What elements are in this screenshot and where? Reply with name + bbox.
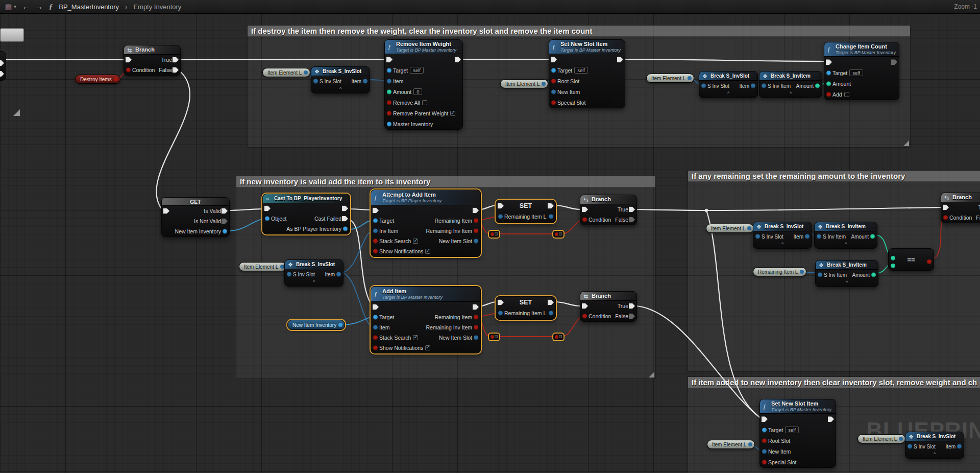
struct-in-pin[interactable]	[701, 84, 706, 88]
self-field[interactable]: self	[574, 67, 588, 74]
comment-header[interactable]: If new inventory is valid add the item t…	[236, 176, 655, 187]
set-node[interactable]: SET Remaining Item L	[496, 200, 556, 223]
add-checkbox[interactable]	[844, 92, 849, 97]
break-invitem-node[interactable]: ❖Break S_InvItem S Inv ItemAmount ^	[814, 222, 877, 249]
self-field[interactable]: self	[849, 69, 863, 76]
variable-pill-item-element[interactable]: Item Element L	[239, 262, 287, 271]
exec-out-pin[interactable]	[473, 208, 479, 214]
exec-in-pin[interactable]	[943, 205, 949, 210]
exec-in-pin[interactable]	[163, 208, 169, 214]
exec-in-pin[interactable]	[762, 416, 768, 422]
output-pin[interactable]	[338, 323, 342, 327]
output-pin[interactable]	[899, 437, 903, 441]
remaining-inv-item-pin[interactable]	[474, 229, 478, 233]
target-pin[interactable]	[373, 219, 378, 223]
break-invslot-node[interactable]: ❖Break S_InvSlot S Inv SlotItem ^	[753, 222, 812, 249]
remaining-inv-item-pin[interactable]	[474, 325, 478, 330]
break-invitem-node[interactable]: ❖Break S_InvItem S Inv ItemAmount ^	[815, 260, 878, 287]
exec-isvalid-pin[interactable]	[222, 208, 228, 214]
variable-pill-new-item-inventory[interactable]: New Item Inventory	[287, 320, 345, 330]
special-slot-pin[interactable]	[762, 460, 767, 464]
self-field[interactable]: self	[785, 427, 799, 433]
result-pin[interactable]	[927, 259, 932, 264]
branch-node[interactable]: ⇆Branch True ConditionFalse	[580, 291, 637, 322]
exec-in-pin[interactable]	[826, 59, 832, 65]
attempt-add-item-node[interactable]: ƒ Attempt to Add ItemTarget is BP Player…	[371, 190, 481, 257]
break-invslot-node[interactable]: ❖Break S_InvSlot S Inv SlotItem ^	[284, 259, 344, 287]
amount-pin[interactable]	[387, 89, 391, 94]
operand-a-pin[interactable]	[891, 256, 895, 261]
stack-search-pin[interactable]	[373, 239, 378, 244]
show-notifications-pin[interactable]	[373, 249, 378, 254]
cast-failed-pin[interactable]	[342, 216, 348, 222]
expand-chevron[interactable]: ^	[816, 280, 878, 287]
exec-out-pin[interactable]	[473, 304, 479, 310]
comment-resize-handle[interactable]	[13, 109, 20, 116]
exec-in-pin[interactable]	[498, 300, 504, 305]
output-pin[interactable]	[688, 76, 692, 80]
break-invslot-node[interactable]: ❖Break S_InvSlot S Inv SlotItem ^	[905, 432, 964, 459]
master-inventory-pin[interactable]	[387, 122, 391, 126]
condition-pin[interactable]	[582, 218, 587, 222]
output-pin[interactable]	[542, 82, 546, 86]
struct-in-pin[interactable]	[287, 272, 291, 277]
new-item-pin[interactable]	[762, 449, 767, 454]
exec-isnotvalid-pin[interactable]	[222, 219, 228, 224]
equals-node[interactable]: ==	[888, 248, 934, 271]
branch-node[interactable]: ⇆Branch True ConditionFalse	[124, 45, 181, 76]
exec-out-pin[interactable]	[0, 60, 4, 66]
variable-pill-item-element[interactable]: Item Element L	[857, 434, 905, 443]
exec-in-pin[interactable]	[386, 57, 393, 62]
exec-in-pin[interactable]	[264, 206, 271, 211]
exec-false-pin[interactable]	[629, 314, 635, 319]
target-pin[interactable]	[373, 315, 378, 320]
output-pin[interactable]	[304, 70, 308, 75]
partial-node[interactable]	[0, 28, 24, 42]
struct-in-pin[interactable]	[818, 273, 822, 277]
break-invslot-node[interactable]: ❖Break S_InvSlot S Inv SlotItem ^	[311, 66, 370, 93]
back-button[interactable]: ←	[22, 3, 30, 11]
exec-true-pin[interactable]	[629, 207, 635, 212]
inv-item-pin[interactable]	[373, 229, 378, 233]
show-notifications-checkbox[interactable]	[425, 249, 430, 254]
stack-search-pin[interactable]	[373, 336, 378, 340]
stack-search-checkbox[interactable]	[413, 335, 418, 340]
exec-in-pin[interactable]	[582, 303, 588, 309]
reroute-node[interactable]	[489, 334, 499, 340]
struct-in-pin[interactable]	[313, 79, 318, 84]
reroute-out-pin[interactable]	[559, 335, 562, 338]
exec-out-pin[interactable]	[891, 59, 897, 65]
item-pin[interactable]	[387, 79, 391, 83]
break-invitem-node[interactable]: ❖Break S_InvItem S Inv ItemAmount ^	[759, 71, 822, 98]
remove-parent-weight-checkbox[interactable]	[450, 111, 455, 116]
item-pin[interactable]	[373, 325, 378, 330]
expand-chevron[interactable]: ^	[815, 242, 877, 248]
exec-out-pin[interactable]	[828, 416, 834, 422]
partial-node[interactable]	[0, 51, 6, 81]
reroute-in-pin[interactable]	[555, 335, 558, 339]
condition-pin[interactable]	[943, 216, 948, 220]
exec-in-pin[interactable]	[551, 57, 557, 62]
amount-field[interactable]: 0	[413, 88, 422, 95]
exec-in-pin[interactable]	[582, 207, 588, 212]
operand-b-pin[interactable]	[891, 264, 895, 268]
remove-all-checkbox[interactable]	[422, 100, 427, 105]
var-in-pin[interactable]	[498, 311, 503, 316]
output-pin[interactable]	[747, 226, 751, 230]
variable-pill-item-element[interactable]: Item Element L	[706, 224, 754, 233]
exec-in-pin[interactable]	[373, 304, 379, 310]
reroute-node[interactable]	[553, 334, 564, 340]
object-pin[interactable]	[265, 217, 270, 221]
comment-header[interactable]: If destroy the item then remove the weig…	[248, 26, 910, 37]
set-new-slot-item-node[interactable]: ƒ Set New Slot ItemTarget is BP Master I…	[760, 399, 836, 468]
show-notifications-checkbox[interactable]	[425, 345, 430, 350]
exec-in-pin[interactable]	[373, 208, 379, 214]
var-in-pin[interactable]	[498, 215, 503, 219]
amount-pin[interactable]	[826, 81, 831, 86]
amount-out-pin[interactable]	[871, 273, 876, 277]
breadcrumb-current[interactable]: Empty Inventory	[133, 3, 181, 11]
output-pin[interactable]	[800, 270, 804, 274]
as-player-inventory-pin[interactable]	[343, 227, 348, 231]
condition-pin[interactable]	[582, 314, 587, 319]
show-notifications-pin[interactable]	[373, 346, 378, 350]
